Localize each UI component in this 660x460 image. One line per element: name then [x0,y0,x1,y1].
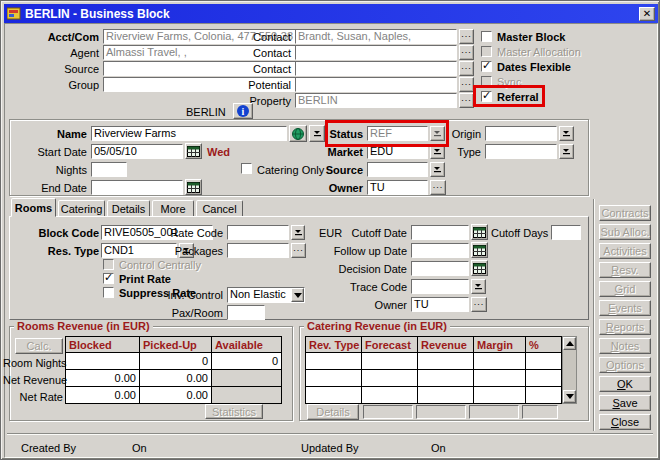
rooms-owner-ellipsis-button[interactable] [471,297,487,312]
col-margin: Margin [474,337,526,353]
net-revenue-label: Net Revenue [3,374,63,387]
market-lov-icon[interactable] [430,144,445,159]
catering-only-checkbox[interactable] [241,163,252,174]
calc-button: Calc. [15,338,63,354]
status-field[interactable]: REF [367,126,428,141]
margin-total-cell [469,405,519,419]
cutoff-days-field[interactable] [551,225,581,240]
print-rate-checkbox[interactable] [103,273,114,284]
catering-scrollbar[interactable] [562,336,577,404]
updated-on-label: On [431,442,446,455]
tab-cancel[interactable]: Cancel [196,200,243,217]
nights-field[interactable] [91,162,127,177]
type-field[interactable] [485,144,557,159]
trace-code-label: Trace Code [307,281,407,294]
save-button[interactable]: Save [599,395,651,411]
scroll-up-icon[interactable] [563,337,576,350]
property-field[interactable]: BERLIN [295,93,457,108]
start-date-field[interactable]: 05/05/10 [91,144,183,159]
contact2-ellipsis-button[interactable] [459,45,474,60]
forecast-total-cell [363,405,413,419]
inv-control-dropdown-icon[interactable] [291,288,304,302]
info-icon[interactable]: i [233,103,253,119]
potential-label: Potential [223,79,291,92]
net-rate-picked-up: 0.00 [140,387,212,404]
market-field[interactable]: EDU [367,144,428,159]
type-lov-icon[interactable] [559,144,574,159]
type-label: Type [445,146,481,159]
cutoff-date-calendar-icon[interactable] [471,224,488,240]
trace-code-field[interactable] [411,279,469,294]
revenue-total-cell [416,405,466,419]
referral-label: Referral [497,91,539,104]
close-button[interactable]: Close [599,414,651,430]
rate-code-field[interactable] [227,225,289,240]
sub-alloc-button: Sub Alloc. [599,224,651,240]
col-pct: % [526,337,562,353]
follow-up-date-calendar-icon[interactable] [471,242,488,258]
rooms-revenue-title: Rooms Revenue (in EUR) [14,320,153,332]
contact2-field[interactable] [295,45,457,60]
status-label: Status [307,128,363,141]
tab-details[interactable]: Details [107,200,150,217]
tab-catering[interactable]: Catering [58,200,105,217]
origin-lov-icon[interactable] [559,126,574,141]
decision-date-calendar-icon[interactable] [471,260,488,276]
cutoff-date-label: Cutoff Date [307,227,407,240]
col-available: Available [212,337,282,353]
net-rate-blocked: 0.00 [66,387,140,404]
rooms-owner-label: Owner [307,299,407,312]
cutoff-date-field[interactable] [411,225,469,240]
contact1-field[interactable]: Brandt, Susan, Naples, [295,29,457,44]
res-type-label: Res. Type [9,245,99,258]
window-title: BERLIN - Business Block [25,7,639,21]
packages-ellipsis-button[interactable] [291,243,306,258]
decision-date-field[interactable] [411,261,469,276]
status-lov-icon[interactable] [430,126,445,141]
start-date-calendar-icon[interactable] [185,143,202,159]
suppress-rate-checkbox[interactable] [103,287,114,298]
name-field[interactable]: Riverview Farms [91,126,287,141]
decision-date-label: Decision Date [307,263,407,276]
close-icon[interactable]: ✕ [639,7,655,21]
end-date-calendar-icon[interactable] [185,179,202,195]
resv-button: Resv. [599,262,651,278]
master-block-checkbox[interactable] [481,31,492,42]
source-label: Source [11,63,99,76]
origin-field[interactable] [485,126,557,141]
ok-button[interactable]: OK [599,376,651,392]
source-mid-field[interactable] [367,162,428,177]
owner-field[interactable]: TU [367,180,428,195]
referral-checkbox[interactable] [481,91,492,102]
table-row [306,353,562,370]
dates-flexible-label: Dates Flexible [497,61,571,74]
potential-field[interactable] [295,77,457,92]
rooms-revenue-table: Blocked Picked-Up Available 0 0 0.00 0.0… [65,336,282,404]
source-lov-icon[interactable] [430,162,445,177]
cutoff-days-label: Cutoff Days [491,227,547,240]
contact3-ellipsis-button[interactable] [459,61,474,76]
owner-ellipsis-button[interactable] [430,180,446,195]
potential-ellipsis-button[interactable] [459,77,474,92]
pct-total-cell [522,405,558,419]
contact1-ellipsis-button[interactable] [459,29,474,44]
property-ellipsis-button[interactable] [459,93,474,108]
trace-code-lov-icon[interactable] [471,279,486,294]
pax-room-field[interactable] [227,305,265,320]
tab-more[interactable]: More [152,200,194,217]
contact3-field[interactable] [295,61,457,76]
rooms-owner-field[interactable]: TU [411,297,469,312]
group-label: Group [11,79,99,92]
globe-icon[interactable] [289,125,307,142]
scroll-down-icon[interactable] [563,390,576,403]
table-row [306,387,562,404]
packages-field[interactable] [227,243,289,258]
dates-flexible-checkbox[interactable] [481,61,492,72]
end-date-field[interactable] [91,180,183,195]
grid-button: Grid [599,281,651,297]
follow-up-date-label: Follow up Date [307,245,407,258]
follow-up-date-field[interactable] [411,243,469,258]
tab-rooms[interactable]: Rooms [11,198,56,217]
rate-code-lov-icon[interactable] [291,225,305,240]
statistics-button: Statistics [205,404,263,419]
